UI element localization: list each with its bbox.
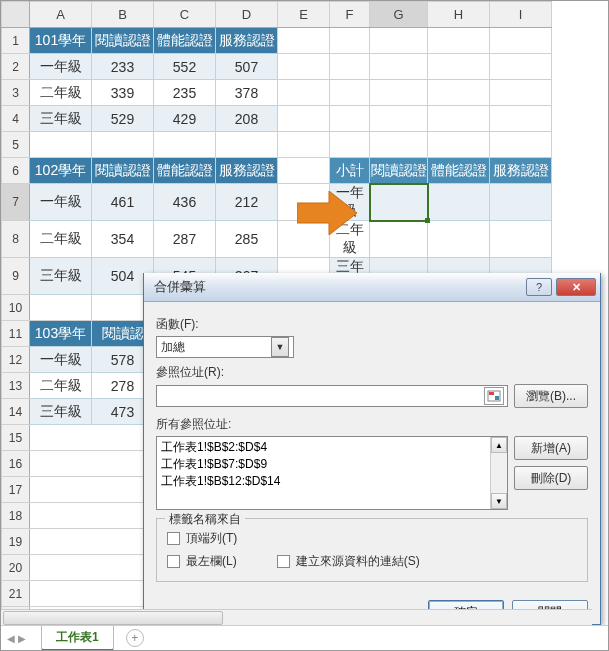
horizontal-scrollbar[interactable] (1, 609, 592, 625)
cell[interactable]: 212 (216, 184, 278, 221)
cell[interactable]: 378 (216, 80, 278, 106)
row-header[interactable]: 15 (2, 425, 30, 451)
cell[interactable] (490, 221, 552, 258)
cell[interactable] (370, 132, 428, 158)
cell[interactable] (428, 106, 490, 132)
col-header-b[interactable]: B (92, 2, 154, 28)
col-header-c[interactable]: C (154, 2, 216, 28)
cell[interactable]: 一年級 (30, 184, 92, 221)
cell[interactable]: 小計 (330, 158, 370, 184)
cell[interactable]: 三年級 (30, 106, 92, 132)
col-header-e[interactable]: E (278, 2, 330, 28)
tab-nav-icons[interactable]: ◀ ▶ (7, 633, 26, 644)
cell[interactable]: 體能認證 (154, 28, 216, 54)
browse-button[interactable]: 瀏覽(B)... (514, 384, 588, 408)
cell[interactable]: 二年級 (30, 373, 92, 399)
cell[interactable] (278, 106, 330, 132)
row-header[interactable]: 1 (2, 28, 30, 54)
cell[interactable] (370, 28, 428, 54)
cell[interactable] (370, 221, 428, 258)
cell[interactable] (428, 184, 490, 221)
add-button[interactable]: 新增(A) (514, 436, 588, 460)
scroll-up-icon[interactable]: ▲ (491, 437, 507, 453)
chevron-down-icon[interactable]: ▼ (271, 337, 289, 357)
col-header-i[interactable]: I (490, 2, 552, 28)
cell[interactable]: 二年級 (30, 221, 92, 258)
cell[interactable]: 體能認證 (154, 158, 216, 184)
references-listbox[interactable]: 工作表1!$B$2:$D$4 工作表1!$B$7:$D$9 工作表1!$B$12… (156, 436, 508, 510)
col-header-a[interactable]: A (30, 2, 92, 28)
cell[interactable] (370, 80, 428, 106)
select-all-corner[interactable] (2, 2, 30, 28)
cell[interactable]: 103學年 (30, 321, 92, 347)
cell[interactable] (278, 132, 330, 158)
row-header[interactable]: 8 (2, 221, 30, 258)
cell[interactable]: 服務認證 (216, 158, 278, 184)
cell[interactable] (92, 132, 154, 158)
row-header[interactable]: 18 (2, 503, 30, 529)
cell[interactable]: 體能認證 (428, 158, 490, 184)
cell[interactable]: 101學年 (30, 28, 92, 54)
row-header[interactable]: 7 (2, 184, 30, 221)
dialog-titlebar[interactable]: 合併彙算 ? ✕ (144, 273, 600, 302)
cell[interactable]: 服務認證 (490, 158, 552, 184)
function-combo[interactable]: 加總 ▼ (156, 336, 294, 358)
row-header[interactable]: 10 (2, 295, 30, 321)
row-header[interactable]: 21 (2, 581, 30, 607)
sheet-tab[interactable]: 工作表1 (41, 626, 114, 651)
cell[interactable]: 三年級 (30, 258, 92, 295)
cell[interactable] (490, 106, 552, 132)
cell[interactable] (490, 132, 552, 158)
cell[interactable] (278, 54, 330, 80)
cell[interactable] (330, 28, 370, 54)
row-header[interactable]: 2 (2, 54, 30, 80)
cell[interactable] (428, 54, 490, 80)
scroll-down-icon[interactable]: ▼ (491, 493, 507, 509)
create-links-checkbox[interactable] (277, 555, 290, 568)
help-button[interactable]: ? (526, 278, 552, 296)
cell[interactable]: 507 (216, 54, 278, 80)
row-header[interactable]: 12 (2, 347, 30, 373)
cell[interactable]: 461 (92, 184, 154, 221)
cell[interactable] (30, 132, 92, 158)
row-header[interactable]: 16 (2, 451, 30, 477)
col-header-h[interactable]: H (428, 2, 490, 28)
close-button[interactable]: ✕ (556, 278, 596, 296)
active-cell[interactable] (370, 184, 428, 221)
cell[interactable]: 233 (92, 54, 154, 80)
row-header[interactable]: 20 (2, 555, 30, 581)
cell[interactable]: 一年級 (30, 347, 92, 373)
cell[interactable] (490, 80, 552, 106)
list-item[interactable]: 工作表1!$B$7:$D$9 (161, 456, 487, 473)
row-header[interactable]: 4 (2, 106, 30, 132)
cell[interactable]: 235 (154, 80, 216, 106)
cell[interactable]: 208 (216, 106, 278, 132)
delete-button[interactable]: 刪除(D) (514, 466, 588, 490)
cell[interactable]: 552 (154, 54, 216, 80)
cell[interactable] (490, 28, 552, 54)
cell[interactable] (330, 132, 370, 158)
cell[interactable] (330, 106, 370, 132)
cell[interactable]: 一年級 (30, 54, 92, 80)
cell[interactable] (370, 106, 428, 132)
cell[interactable] (370, 54, 428, 80)
reference-input[interactable] (156, 385, 508, 407)
cell[interactable]: 閱讀認證 (92, 158, 154, 184)
cell[interactable]: 二年級 (30, 80, 92, 106)
col-header-g[interactable]: G (370, 2, 428, 28)
left-col-checkbox[interactable] (167, 555, 180, 568)
row-header[interactable]: 19 (2, 529, 30, 555)
row-header[interactable]: 3 (2, 80, 30, 106)
list-item[interactable]: 工作表1!$B$2:$D$4 (161, 439, 487, 456)
cell[interactable] (490, 54, 552, 80)
top-row-checkbox[interactable] (167, 532, 180, 545)
cell[interactable]: 339 (92, 80, 154, 106)
cell[interactable] (428, 132, 490, 158)
cell[interactable]: 服務認證 (216, 28, 278, 54)
col-header-f[interactable]: F (330, 2, 370, 28)
cell[interactable] (278, 28, 330, 54)
cell[interactable] (30, 295, 92, 321)
cell[interactable]: 閱讀認證 (370, 158, 428, 184)
row-header[interactable]: 5 (2, 132, 30, 158)
cell[interactable]: 285 (216, 221, 278, 258)
